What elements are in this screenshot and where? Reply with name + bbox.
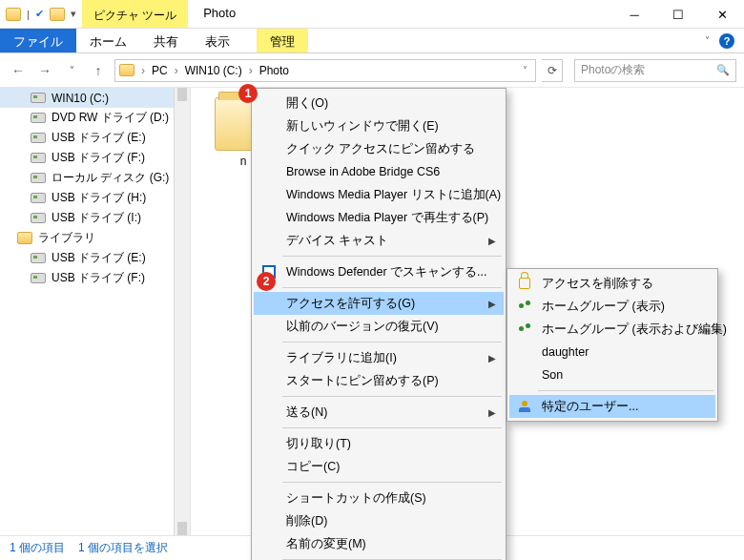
menu-item-label: 送る(N) bbox=[286, 404, 327, 421]
close-button[interactable]: ✕ bbox=[700, 0, 744, 29]
menu-item-label: アクセスを許可する(G) bbox=[286, 296, 415, 312]
menu-item[interactable]: ホームグループ (表示および編集) bbox=[509, 318, 715, 341]
ribbon-tabs: ファイル ホーム 共有 表示 管理 ˅ ? bbox=[0, 29, 744, 53]
tree-item-drive[interactable]: USB ドライブ (E:) bbox=[0, 128, 190, 148]
menu-item[interactable]: アクセスを許可する(G)▶ bbox=[254, 292, 504, 315]
library-icon bbox=[17, 232, 32, 244]
maximize-button[interactable]: ☐ bbox=[656, 0, 700, 29]
tree-item-label: USB ドライブ (F:) bbox=[52, 150, 145, 166]
menu-item-label: クイック アクセスにピン留めする bbox=[286, 141, 475, 157]
menu-item[interactable]: Son bbox=[509, 363, 715, 386]
address-dropdown-icon[interactable]: ˅ bbox=[519, 65, 531, 75]
tree-item-label: USB ドライブ (F:) bbox=[52, 270, 145, 286]
menu-item[interactable]: 新しいウィンドウで開く(E) bbox=[254, 114, 504, 137]
menu-item-label: Windows Media Player リストに追加(A) bbox=[286, 187, 501, 203]
qat-dropdown-icon[interactable]: ▾ bbox=[71, 8, 76, 20]
recent-locations-button[interactable]: ˅ bbox=[61, 60, 82, 81]
navigation-bar: ← → ˅ ↑ › PC › WIN10 (C:) › Photo ˅ ⟳ Ph… bbox=[0, 53, 744, 88]
status-selected-count: 1 個の項目を選択 bbox=[78, 540, 168, 556]
menu-item[interactable]: ショートカットの作成(S) bbox=[254, 487, 504, 509]
menu-item[interactable]: デバイス キャスト▶ bbox=[254, 229, 504, 252]
back-button[interactable]: ← bbox=[8, 60, 29, 81]
menu-item[interactable]: ホームグループ (表示) bbox=[509, 295, 715, 318]
drive-icon bbox=[31, 173, 46, 183]
tab-home[interactable]: ホーム bbox=[76, 29, 140, 52]
breadcrumb-pc[interactable]: PC bbox=[152, 64, 168, 77]
folder-label: n bbox=[240, 155, 247, 168]
refresh-button[interactable]: ⟳ bbox=[542, 59, 563, 82]
menu-item-label: ショートカットの作成(S) bbox=[286, 490, 426, 507]
chevron-right-icon: ▶ bbox=[488, 353, 496, 363]
tree-item-label: USB ドライブ (H:) bbox=[52, 190, 146, 206]
menu-item[interactable]: 以前のバージョンの復元(V) bbox=[254, 315, 504, 338]
breadcrumb-drive[interactable]: WIN10 (C:) bbox=[185, 64, 242, 77]
menu-item-label: デバイス キャスト bbox=[286, 233, 388, 249]
folder-icon bbox=[6, 8, 21, 21]
menu-item[interactable]: daughter bbox=[509, 341, 715, 363]
forward-button[interactable]: → bbox=[34, 60, 55, 81]
tree-item-label: ローカル ディスク (G:) bbox=[52, 170, 169, 186]
menu-item[interactable]: 開く(O) bbox=[254, 92, 504, 114]
menu-item-label: 開く(O) bbox=[286, 95, 328, 112]
tree-item-drive[interactable]: USB ドライブ (F:) bbox=[0, 148, 190, 168]
user-icon bbox=[516, 398, 533, 415]
help-icon[interactable]: ? bbox=[719, 33, 734, 49]
menu-item[interactable]: Windows Media Player で再生する(P) bbox=[254, 206, 504, 229]
tab-file[interactable]: ファイル bbox=[0, 29, 76, 52]
ribbon-collapse-icon[interactable]: ˅ bbox=[705, 35, 710, 46]
tree-item-drive[interactable]: USB ドライブ (E:) bbox=[0, 248, 190, 268]
tree-item-label: ライブラリ bbox=[38, 230, 95, 246]
menu-item[interactable]: ライブラリに追加(I)▶ bbox=[254, 346, 504, 369]
context-submenu-access[interactable]: アクセスを削除するホームグループ (表示)ホームグループ (表示および編集)da… bbox=[506, 268, 718, 422]
menu-item[interactable]: 送る(N)▶ bbox=[254, 401, 504, 424]
tree-item-label: USB ドライブ (I:) bbox=[52, 210, 141, 226]
qat-separator: | bbox=[27, 9, 30, 20]
up-button[interactable]: ↑ bbox=[88, 60, 109, 81]
status-item-count: 1 個の項目 bbox=[10, 540, 65, 556]
address-bar[interactable]: › PC › WIN10 (C:) › Photo ˅ bbox=[114, 59, 536, 82]
tree-item-label: USB ドライブ (E:) bbox=[52, 250, 146, 266]
tab-share[interactable]: 共有 bbox=[140, 29, 192, 52]
breadcrumb-folder[interactable]: Photo bbox=[259, 64, 289, 77]
tree-item-drive[interactable]: WIN10 (C:) bbox=[0, 88, 190, 108]
qat-check-icon[interactable]: ✔ bbox=[35, 8, 44, 20]
drive-icon bbox=[31, 133, 46, 143]
menu-item[interactable]: クイック アクセスにピン留めする bbox=[254, 137, 504, 160]
context-menu[interactable]: 開く(O)新しいウィンドウで開く(E)クイック アクセスにピン留めするBrows… bbox=[251, 88, 506, 560]
menu-item[interactable]: スタートにピン留めする(P) bbox=[254, 369, 504, 392]
tab-view[interactable]: 表示 bbox=[192, 29, 243, 52]
menu-item[interactable]: 特定のユーザー... bbox=[509, 395, 715, 418]
tree-item-drive[interactable]: USB ドライブ (I:) bbox=[0, 208, 190, 228]
chevron-right-icon: ▶ bbox=[488, 236, 496, 246]
menu-item[interactable]: アクセスを削除する bbox=[509, 272, 715, 295]
title-bar: | ✔ ▾ ピクチャ ツール Photo ─ ☐ ✕ bbox=[0, 0, 744, 29]
tree-item-drive[interactable]: ローカル ディスク (G:) bbox=[0, 168, 190, 188]
navigation-tree[interactable]: WIN10 (C:)DVD RW ドライブ (D:)USB ドライブ (E:)U… bbox=[0, 88, 191, 535]
menu-item[interactable]: 削除(D) bbox=[254, 509, 504, 532]
minimize-button[interactable]: ─ bbox=[612, 0, 656, 29]
menu-item[interactable]: 名前の変更(M) bbox=[254, 532, 504, 555]
drive-icon bbox=[31, 213, 46, 223]
menu-item[interactable]: Browse in Adobe Bridge CS6 bbox=[254, 160, 504, 183]
folder-icon bbox=[119, 64, 134, 76]
share-icon bbox=[516, 298, 533, 315]
tree-item-drive[interactable]: USB ドライブ (F:) bbox=[0, 268, 190, 288]
tree-item-libraries[interactable]: ライブラリ bbox=[0, 228, 190, 248]
folder-icon bbox=[50, 8, 65, 21]
window-controls: ─ ☐ ✕ bbox=[612, 0, 744, 28]
menu-item[interactable]: Windows Defender でスキャンする... bbox=[254, 260, 504, 283]
tree-item-drive[interactable]: USB ドライブ (H:) bbox=[0, 188, 190, 208]
menu-item[interactable]: Windows Media Player リストに追加(A) bbox=[254, 183, 504, 206]
menu-item[interactable]: コピー(C) bbox=[254, 455, 504, 478]
menu-item[interactable]: 切り取り(T) bbox=[254, 432, 504, 455]
chevron-right-icon: ▶ bbox=[488, 299, 496, 309]
search-box[interactable]: Photoの検索 🔍 bbox=[574, 59, 736, 82]
tab-manage[interactable]: 管理 bbox=[257, 29, 308, 52]
drive-icon bbox=[31, 153, 46, 163]
quick-access-toolbar: | ✔ ▾ bbox=[0, 0, 82, 28]
tree-item-drive[interactable]: DVD RW ドライブ (D:) bbox=[0, 108, 190, 128]
scrollbar[interactable] bbox=[174, 88, 190, 535]
window-title: Photo bbox=[188, 0, 251, 28]
menu-item-label: スタートにピン留めする(P) bbox=[286, 373, 439, 389]
share-icon bbox=[516, 321, 533, 338]
